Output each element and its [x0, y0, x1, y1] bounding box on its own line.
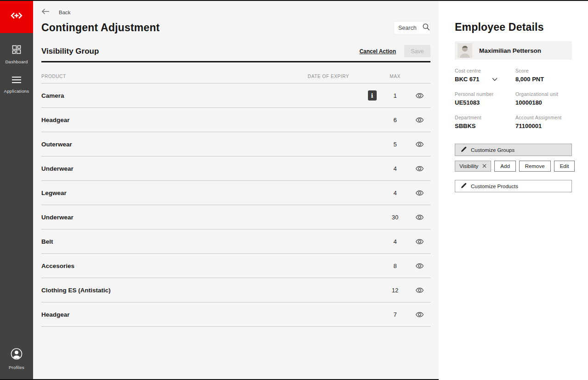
- field-value-text: 10000180: [515, 99, 542, 106]
- pencil-icon: [461, 183, 467, 190]
- eye-icon[interactable]: [409, 140, 430, 149]
- chevron-down-icon: [492, 76, 498, 83]
- max-value: 12: [381, 287, 409, 294]
- eye-icon[interactable]: [409, 262, 430, 270]
- max-value: 8: [381, 263, 409, 269]
- eye-icon[interactable]: [409, 164, 430, 173]
- max-value: 4: [381, 190, 409, 196]
- eye-icon[interactable]: [409, 310, 430, 319]
- search-box[interactable]: [394, 21, 430, 34]
- field-value-text: 8,000 PNT: [515, 76, 544, 83]
- product-name: Accesories: [41, 263, 294, 269]
- avatar: [458, 43, 472, 58]
- search-icon[interactable]: [422, 23, 430, 33]
- close-icon[interactable]: [482, 163, 486, 169]
- applications-menu-icon: [11, 76, 22, 85]
- window-top-border: [0, 0, 588, 1]
- eye-icon[interactable]: [409, 286, 430, 295]
- field-value[interactable]: BKC 671: [455, 76, 515, 83]
- sidebar-item-label: Dashboard: [5, 59, 28, 64]
- panel-title: Employee Details: [455, 21, 572, 34]
- sidebar-item-profiles[interactable]: Profiles: [0, 348, 33, 370]
- field-label: Score: [515, 68, 572, 73]
- max-value: 4: [381, 165, 409, 172]
- eye-icon[interactable]: [409, 237, 430, 246]
- sidebar-item-applications[interactable]: Applications: [0, 76, 33, 94]
- dashboard-grid-icon: [12, 45, 21, 56]
- column-header-max: MAX: [381, 74, 409, 79]
- remove-button[interactable]: Remove: [519, 161, 551, 172]
- eye-icon[interactable]: [409, 116, 430, 124]
- customize-products-button[interactable]: Customize Products: [455, 180, 572, 192]
- cancel-action-link[interactable]: Cancel Action: [359, 48, 396, 55]
- product-name: Belt: [41, 238, 294, 245]
- pencil-icon: [461, 146, 467, 153]
- main-content: Back Contingent Adjustment Visibility Gr…: [33, 0, 439, 380]
- field-value: 71100001: [515, 123, 572, 129]
- product-name: Headgear: [41, 311, 294, 318]
- table-row: Outerwear i 5: [41, 132, 430, 156]
- product-name: Legwear: [41, 190, 294, 196]
- max-value: 4: [381, 238, 409, 245]
- save-button[interactable]: Save: [404, 45, 430, 57]
- employee-field: Cost centre BKC 671: [455, 68, 515, 83]
- customize-products-label: Customize Products: [471, 184, 518, 189]
- sidebar: Dashboard Applications Profiles: [0, 0, 33, 380]
- product-name: Headgear: [41, 117, 294, 123]
- employee-field: Organizational unit 10000180: [515, 91, 572, 106]
- product-name: Clothing ES (Antistatic): [41, 287, 294, 294]
- field-value-text: UE51083: [455, 99, 480, 106]
- field-value-text: 71100001: [515, 123, 542, 129]
- product-name: Camera: [41, 92, 294, 99]
- field-value: 8,000 PNT: [515, 76, 572, 83]
- max-value: 6: [381, 117, 409, 123]
- brand-logo[interactable]: [0, 0, 33, 33]
- field-label: Account Assignment: [515, 115, 572, 120]
- visibility-group-chip[interactable]: Visibility: [455, 161, 491, 172]
- employee-details-panel: Employee Details Maximilian Petterson Co…: [439, 0, 588, 380]
- section-title: Visibility Group: [41, 47, 99, 56]
- chip-label: Visibility: [459, 163, 478, 169]
- back-button[interactable]: Back: [41, 8, 92, 17]
- table-row: Headgear i 7: [41, 302, 430, 327]
- profile-icon: [11, 348, 23, 362]
- sbb-double-arrow-icon: [10, 11, 23, 22]
- table-row: Camera i 1: [41, 84, 430, 108]
- table-row: Belt i 4: [41, 229, 430, 254]
- employee-field: Score 8,000 PNT: [515, 68, 572, 83]
- eye-icon[interactable]: [409, 189, 430, 197]
- sidebar-item-label: Profiles: [9, 365, 24, 370]
- table-row: Legwear i 4: [41, 181, 430, 205]
- search-input[interactable]: [398, 25, 419, 31]
- field-value: 10000180: [515, 99, 572, 106]
- employee-field: Department SBBKS: [455, 115, 515, 129]
- max-value: 1: [381, 92, 409, 99]
- table-body: Camera i 1 Headgear i 6: [41, 84, 430, 327]
- field-value-text: BKC 671: [455, 76, 479, 83]
- group-chip-row: Visibility Add Remove Edit: [455, 161, 572, 172]
- table-header: PRODUCT DATE OF EXPIRY MAX: [41, 62, 430, 84]
- table-row: Headgear i 6: [41, 108, 430, 132]
- table-row: Clothing ES (Antistatic) i 12: [41, 278, 430, 302]
- employee-field: Account Assignment 71100001: [515, 115, 572, 129]
- eye-icon[interactable]: [409, 91, 430, 100]
- sidebar-item-dashboard[interactable]: Dashboard: [0, 45, 33, 64]
- back-arrow-icon: [41, 8, 50, 17]
- product-name: Underwear: [41, 165, 294, 172]
- eye-icon[interactable]: [409, 213, 430, 222]
- employee-name: Maximilian Petterson: [479, 47, 541, 54]
- employee-fields: Cost centre BKC 671 Score 8,000 PNT: [455, 68, 572, 129]
- field-value-text: SBBKS: [455, 123, 476, 129]
- page-title: Contingent Adjustment: [41, 22, 160, 34]
- field-label: Cost centre: [455, 68, 515, 73]
- edit-button[interactable]: Edit: [554, 161, 575, 172]
- field-label: Personal number: [455, 91, 515, 97]
- info-icon[interactable]: i: [368, 90, 377, 101]
- max-value: 5: [381, 141, 409, 148]
- customize-groups-button[interactable]: Customize Groups: [455, 144, 572, 156]
- max-value: 30: [381, 214, 409, 221]
- product-name: Underwear: [41, 214, 294, 221]
- field-label: Department: [455, 115, 515, 120]
- field-value: UE51083: [455, 99, 515, 106]
- add-button[interactable]: Add: [494, 161, 515, 172]
